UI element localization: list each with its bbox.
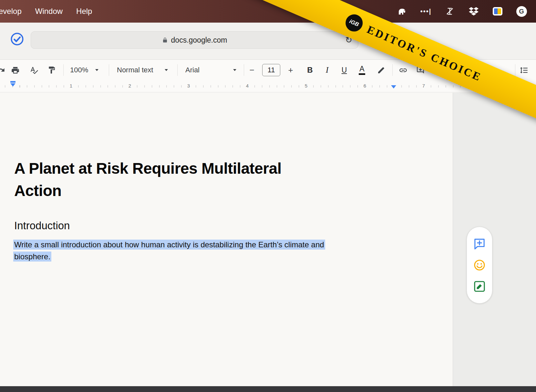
igb-badge: iGB <box>343 12 366 34</box>
dropbox-icon[interactable] <box>468 6 479 17</box>
redo-icon-partial[interactable] <box>0 64 6 76</box>
menu-item-window[interactable]: Window <box>35 7 63 16</box>
url-text: docs.google.com <box>171 36 227 45</box>
elephant-icon[interactable] <box>397 6 407 17</box>
first-line-indent-marker[interactable] <box>10 81 15 83</box>
underline-label: U <box>342 66 347 75</box>
ruler-mark: 1 <box>68 83 74 88</box>
menu-item-help[interactable]: Help <box>76 7 92 16</box>
title-line: A Planet at Risk Requires Multilateral <box>14 157 281 180</box>
menu-bar-status-icons: •••| G <box>397 0 527 23</box>
toolbar-divider <box>63 64 64 76</box>
line-spacing-icon[interactable] <box>518 64 530 76</box>
toolbar-divider <box>392 64 393 76</box>
bold-button[interactable]: B <box>304 64 316 76</box>
document-title: A Planet at Risk Requires Multilateral A… <box>14 157 281 202</box>
lock-icon <box>162 37 168 43</box>
more-glyph: •••| <box>420 8 432 15</box>
title-line: Action <box>14 180 281 202</box>
suggest-edits-button[interactable] <box>473 280 486 293</box>
font-dropdown[interactable]: Arial <box>181 64 240 76</box>
font-size-value: 11 <box>268 66 275 74</box>
styles-dropdown[interactable]: Normal text <box>113 64 172 76</box>
macos-menu-bar: evelop Window Help •••| G <box>0 0 536 23</box>
document-canvas: A Planet at Risk Requires Multilateral A… <box>0 93 536 386</box>
insert-link-icon[interactable] <box>397 64 409 76</box>
g-circle-icon[interactable]: G <box>516 6 527 17</box>
menu-items: evelop Window Help <box>0 0 92 23</box>
italic-button[interactable]: I <box>321 64 333 76</box>
ruler-ticks <box>0 85 536 88</box>
document-heading: Introduction <box>14 220 70 232</box>
zoom-value: 100% <box>70 66 88 74</box>
right-indent-marker[interactable] <box>391 85 396 88</box>
bottom-strip <box>0 386 536 392</box>
translate-icon[interactable] <box>492 6 503 17</box>
ruler-mark: 4 <box>244 83 251 88</box>
decrease-font-size-button[interactable]: − <box>246 64 258 76</box>
spellcheck-icon[interactable] <box>28 64 40 76</box>
chevron-down-icon <box>165 69 168 71</box>
print-icon[interactable] <box>9 64 21 76</box>
left-indent-marker[interactable] <box>10 83 15 87</box>
g-letter: G <box>516 6 527 17</box>
increase-font-size-button[interactable]: + <box>285 64 296 76</box>
selected-text-line[interactable]: Write a small introduction about how hum… <box>13 240 325 250</box>
menu-item-develop[interactable]: evelop <box>0 7 22 16</box>
minus-label: − <box>249 65 254 75</box>
ruler-mark: 5 <box>303 83 309 88</box>
text-color-label: A <box>359 65 364 73</box>
document-paragraph: Write a small introduction about how hum… <box>13 239 325 263</box>
ruler-mark: 6 <box>362 83 368 88</box>
text-tool-icon[interactable] <box>444 6 455 17</box>
plus-label: + <box>288 65 293 75</box>
more-menu-icon[interactable]: •••| <box>420 6 431 17</box>
toolbar-divider <box>109 64 109 76</box>
emoji-reaction-button[interactable] <box>473 258 486 272</box>
toolbar-divider <box>515 64 515 76</box>
paint-format-icon[interactable] <box>46 64 57 76</box>
italic-label: I <box>326 65 329 75</box>
highlight-color-icon[interactable] <box>375 64 387 76</box>
font-value: Arial <box>185 66 200 74</box>
add-comment-button[interactable] <box>473 237 486 251</box>
underline-button[interactable]: U <box>338 64 350 76</box>
style-value: Normal text <box>117 66 153 74</box>
text-color-button[interactable]: A <box>356 64 368 76</box>
document-page[interactable]: A Planet at Risk Requires Multilateral A… <box>0 93 453 386</box>
text-color-swatch <box>359 73 365 75</box>
toolbar-divider <box>244 64 244 76</box>
zoom-dropdown[interactable]: 100% <box>66 64 102 76</box>
chevron-down-icon <box>233 69 236 71</box>
ruler-mark: 3 <box>185 83 192 88</box>
font-size-input[interactable]: 11 <box>262 64 280 76</box>
toolbar-divider <box>177 64 178 76</box>
ruler-mark: 7 <box>420 83 427 88</box>
bold-label: B <box>307 66 313 75</box>
chevron-down-icon <box>95 69 98 71</box>
url-bar[interactable]: docs.google.com ↻ <box>31 31 358 49</box>
tab-checkmark-icon[interactable] <box>10 32 25 46</box>
screen: evelop Window Help •••| G <box>0 0 536 392</box>
comment-actions-pill <box>467 227 492 304</box>
selected-text-line[interactable]: biosphere. <box>13 252 51 262</box>
ruler-mark: 2 <box>127 83 133 88</box>
